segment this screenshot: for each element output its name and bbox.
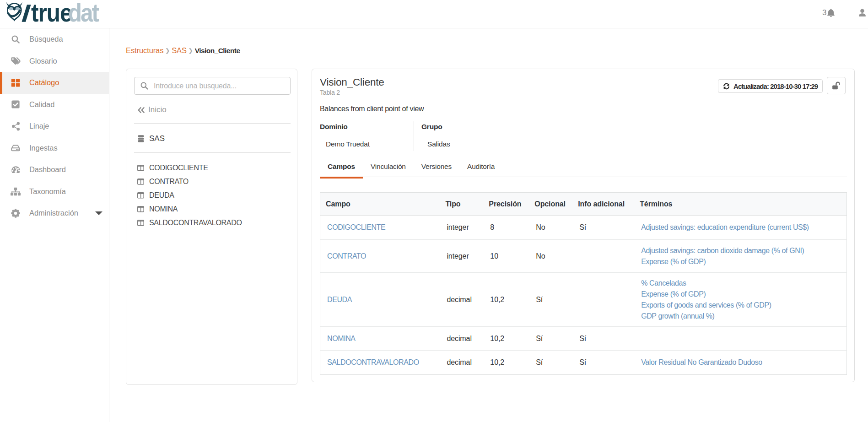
- svg-text:dat: dat: [68, 1, 99, 27]
- svg-text:true: true: [31, 1, 72, 27]
